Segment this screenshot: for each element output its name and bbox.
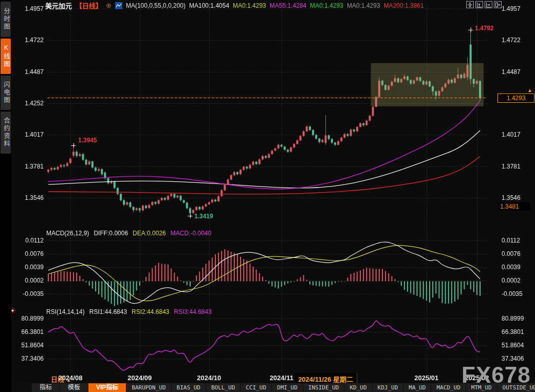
chart-header: 美元加元 【日线】 ⊕ MA(100,0,55,0,0,200) MA100:1… xyxy=(45,2,424,9)
price-arrow-icon: ▲ xyxy=(527,87,532,93)
footer-tab-macd_ud[interactable]: MACD_UD xyxy=(431,383,465,392)
high-price-label: 1.4792 xyxy=(475,25,494,32)
footer-tab-kd_ud[interactable]: KD_UD xyxy=(344,383,372,392)
footer-tab-inside_ud[interactable]: INSIDE_UD xyxy=(303,383,344,392)
date-tick: 2025/01 xyxy=(414,374,438,382)
price-axis-label-right: 1.4017 xyxy=(502,131,521,138)
pan-icon[interactable] xyxy=(466,1,474,8)
macd-axis-label-right: 0.0002 xyxy=(502,277,521,284)
mini-chart-icon[interactable] xyxy=(115,2,122,9)
rsi2-value: RSI2:44.6843 xyxy=(132,308,169,315)
price-axis-label-right: 1.4722 xyxy=(502,36,521,44)
last-price-badge: 1.4293 xyxy=(497,94,534,103)
footer-tab-ma_ud[interactable]: MA_UD xyxy=(403,383,431,392)
macd-axis-label-right: -0.0035 xyxy=(502,290,523,297)
date-tick: 2024/11 xyxy=(270,374,293,382)
chart-canvas[interactable] xyxy=(0,0,535,392)
fit-horizontal-icon[interactable] xyxy=(485,1,492,8)
low-price-label: 1.3419 xyxy=(194,213,213,220)
link-icon[interactable]: ⊕ xyxy=(106,2,112,9)
rsi3-value: RSI3:44.6843 xyxy=(174,308,212,315)
sidebar: 分时图 K线图 闪电图 合约资料 xyxy=(0,0,11,392)
footer-tab-vip[interactable]: VIP指标 xyxy=(88,383,126,392)
symbol-name: 美元加元 xyxy=(45,1,72,10)
rsi-title: RSI(14,14,14) xyxy=(46,308,85,315)
macd-hist-value: MACD:-0.0040 xyxy=(171,230,211,237)
macd-dea-value: DEA:0.0026 xyxy=(133,230,166,237)
ma0-value-green: MA0:1.4293 xyxy=(310,2,343,9)
macd-axis-label-right: 0.0076 xyxy=(502,250,521,257)
footer-tab-boll_ud[interactable]: BOLL_UD xyxy=(206,383,240,392)
ma100-value: MA100:1.4054 xyxy=(189,2,229,9)
footer-tab-barupdn_ud[interactable]: BARUPDN_UD xyxy=(126,383,171,392)
ma0-value-gray: MA0:1.4293 xyxy=(347,2,380,9)
rsi-axis-label-right: 66.3801 xyxy=(502,328,524,335)
indicator-toolbar: 指标模板VIP指标BARUPDN_UDBIAS_UDBOLL_UDCCI_UDD… xyxy=(0,383,535,392)
macd-axis-label-right: 0.0112 xyxy=(502,237,520,244)
export-icon[interactable] xyxy=(494,1,502,8)
footer-tab-dmi_ud[interactable]: DMI_UD xyxy=(272,383,303,392)
price-axis-label-right: 1.3546 xyxy=(502,194,521,201)
macd-header: MACD(26,12,9) DIFF:0.0006 DEA:0.0026 MAC… xyxy=(46,230,211,237)
level-price-badge: 1.3481 xyxy=(497,202,530,211)
date-tick: 2024/10 xyxy=(197,374,221,382)
app-root: 分时图 K线图 闪电图 合约资料 美元加元 【日线】 ⊕ MA(100,0,55… xyxy=(0,0,535,392)
period-tag[interactable]: 【日线】 xyxy=(76,1,102,10)
rsi-axis-label-right: 51.8604 xyxy=(502,342,524,349)
rsi-axis-label-right: 80.8999 xyxy=(502,315,524,322)
ma0-value-yellow: MA0:1.4293 xyxy=(233,2,266,9)
date-tick: 2024/09 xyxy=(127,374,152,382)
rsi1-value: RSI1:44.6843 xyxy=(89,308,127,315)
sidebar-tab-timeline[interactable]: 分时图 xyxy=(1,2,11,37)
rsi-header: RSI(14,14,14) RSI1:44.6843 RSI2:44.6843 … xyxy=(46,308,212,315)
footer-tab-cci_ud[interactable]: CCI_UD xyxy=(241,383,271,392)
august-high-label: 1.3945 xyxy=(78,137,97,144)
macd-axis-label-right: 0.0039 xyxy=(502,264,521,271)
footer-tab-kdj_ud[interactable]: KDJ_UD xyxy=(373,383,403,392)
date-axis: 日线 ▲ 2024/11/26 星期二 2024/082024/092024/1… xyxy=(0,373,535,383)
price-axis-label-right: 1.4487 xyxy=(502,68,521,76)
rsi-axis-label-right: 37.3406 xyxy=(502,355,524,362)
footer-tab-bias_ud[interactable]: BIAS_UD xyxy=(172,383,206,392)
price-axis-label-right: 1.3781 xyxy=(502,163,521,170)
footer-tab-[interactable]: 指标 xyxy=(32,383,60,392)
window-toolbar xyxy=(466,1,502,8)
macd-diff-value: DIFF:0.0006 xyxy=(94,230,128,237)
date-tick: 2024/08 xyxy=(58,374,82,382)
footer-tab-[interactable]: 模板 xyxy=(60,383,88,392)
price-axis-label-right: 1.4957 xyxy=(502,5,521,12)
macd-title: MACD(26,12,9) xyxy=(46,230,89,237)
ma200-value: MA200:1.3861 xyxy=(384,2,424,9)
ma55-value: MA55:1.4284 xyxy=(270,2,306,9)
watermark: FX678 xyxy=(462,364,531,386)
ma-settings-label: MA(100,0,55,0,0,200) xyxy=(126,2,186,9)
sidebar-tab-contract-info[interactable]: 合约资料 xyxy=(1,111,11,154)
sidebar-tab-lightning[interactable]: 闪电图 xyxy=(1,76,11,110)
fit-vertical-icon[interactable] xyxy=(475,1,483,8)
sidebar-tab-kline[interactable]: K线图 xyxy=(1,39,11,74)
